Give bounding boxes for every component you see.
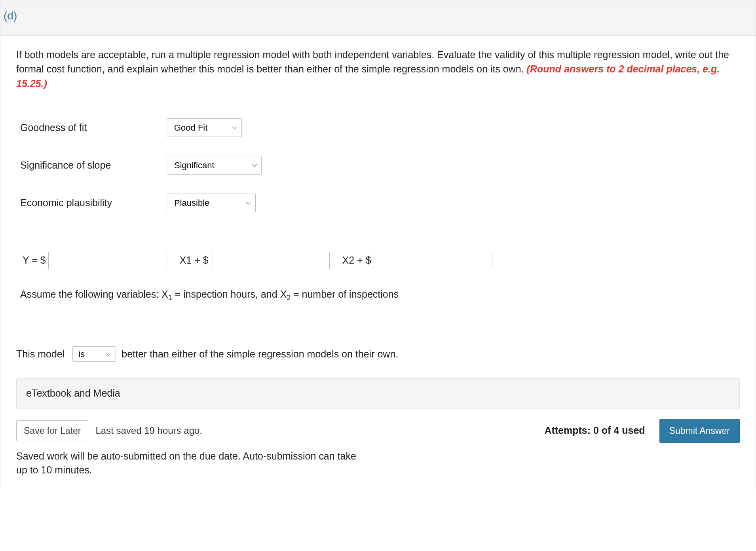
etextbook-label: eTextbook and Media: [26, 388, 120, 399]
question-content: If both models are acceptable, run a mul…: [0, 36, 756, 489]
significance-select[interactable]: Significant: [167, 156, 262, 175]
save-for-later-button[interactable]: Save for Later: [16, 420, 88, 441]
criteria-block: Goodness of fit Good Fit Significance of…: [20, 118, 740, 212]
model-comparison-row: This model is better than either of the …: [16, 346, 740, 362]
assume-mid: = inspection hours, and X: [172, 289, 287, 300]
plausibility-label: Economic plausibility: [20, 196, 167, 211]
etextbook-media-button[interactable]: eTextbook and Media: [16, 378, 740, 408]
criteria-row-significance: Significance of slope Significant: [20, 156, 740, 175]
equation-x2-input[interactable]: [374, 252, 492, 269]
last-saved-text: Last saved 19 hours ago.: [95, 424, 202, 438]
part-header: (d): [0, 0, 756, 36]
question-container: (d) If both models are acceptable, run a…: [0, 0, 756, 489]
part-label: (d): [4, 10, 17, 22]
question-prompt: If both models are acceptable, run a mul…: [16, 48, 740, 91]
goodness-select-wrap: Good Fit: [167, 118, 242, 137]
equation-intercept-input[interactable]: [48, 252, 167, 269]
auto-submit-note: Saved work will be auto-submitted on the…: [16, 449, 361, 477]
plausibility-select-wrap: Plausible: [167, 194, 256, 212]
x2-plus: X2 + $: [340, 253, 374, 268]
model-select-wrap: is: [72, 346, 116, 362]
criteria-row-plausibility: Economic plausibility Plausible: [20, 194, 740, 212]
y-equals: Y = $: [20, 253, 48, 268]
equation-x1-input[interactable]: [211, 252, 330, 269]
submit-answer-button[interactable]: Submit Answer: [659, 419, 740, 443]
goodness-label: Goodness of fit: [20, 120, 167, 135]
significance-label: Significance of slope: [20, 158, 167, 173]
assume-pre: Assume the following variables: X: [20, 289, 168, 300]
plausibility-select[interactable]: Plausible: [167, 194, 256, 212]
model-pre: This model: [16, 347, 67, 362]
assume-sub1: 1: [168, 294, 172, 302]
criteria-row-goodness: Goodness of fit Good Fit: [20, 118, 740, 137]
assume-post: = number of inspections: [291, 289, 399, 300]
assume-sub2: 2: [287, 294, 291, 302]
goodness-select[interactable]: Good Fit: [167, 118, 242, 137]
equation-row: Y = $ X1 + $ X2 + $: [20, 252, 740, 269]
model-is-select[interactable]: is: [72, 346, 116, 362]
significance-select-wrap: Significant: [167, 156, 262, 175]
assume-variables: Assume the following variables: X1 = ins…: [20, 287, 740, 303]
footer-row: Save for Later Last saved 19 hours ago. …: [16, 419, 740, 443]
model-post: better than either of the simple regress…: [122, 347, 398, 362]
attempts-text: Attempts: 0 of 4 used: [544, 423, 645, 438]
x1-plus: X1 + $: [177, 253, 211, 268]
